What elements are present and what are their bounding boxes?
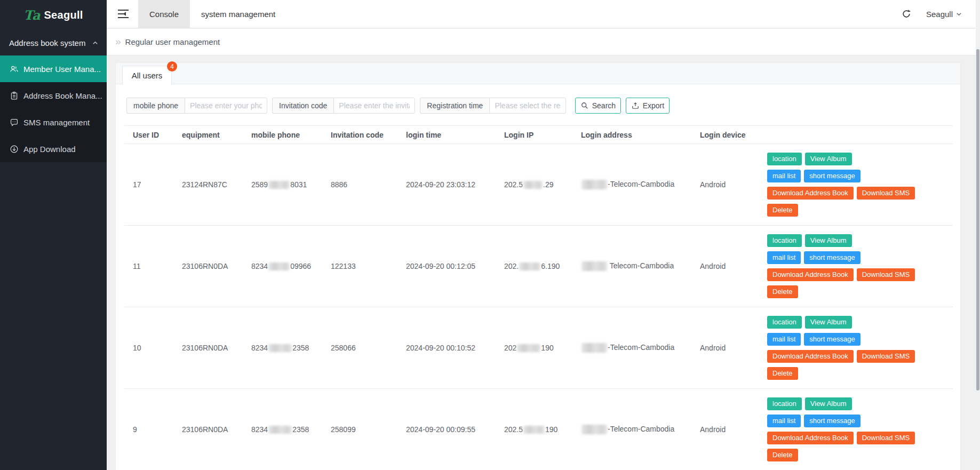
- location-button[interactable]: location: [767, 397, 802, 410]
- view-album-button[interactable]: View Album: [805, 153, 852, 165]
- tab-system-management[interactable]: system management: [190, 0, 286, 28]
- mobile-phone-cell: 823409966: [243, 226, 322, 307]
- user-menu[interactable]: Seagull: [926, 10, 962, 19]
- download-address-book-button[interactable]: Download Address Book: [767, 432, 854, 444]
- mobile-phone-filter-label: mobile phone: [126, 98, 185, 114]
- blur-redaction: [517, 344, 540, 352]
- mobile-phone-cell: 82342358: [243, 389, 322, 470]
- breadcrumb: Regular user management: [125, 37, 220, 46]
- users-panel: All users 4 mobile phone Invitation code…: [115, 62, 961, 470]
- short-message-button[interactable]: short message: [804, 170, 860, 182]
- phone-prefix: 8234: [251, 425, 268, 434]
- view-album-button[interactable]: View Album: [805, 397, 852, 410]
- chevron-up-icon: [92, 40, 98, 46]
- collapse-sidebar-icon[interactable]: [117, 9, 130, 19]
- login-address-cell: -Telecom-Cambodia: [572, 144, 691, 226]
- delete-button[interactable]: Delete: [767, 449, 798, 461]
- mail-list-button[interactable]: mail list: [767, 415, 801, 427]
- tab-console-label: Console: [149, 10, 179, 19]
- registration-time-input[interactable]: [489, 98, 566, 114]
- phone-prefix: 2589: [251, 180, 268, 189]
- login-ip-cell: 202.5190: [496, 389, 572, 470]
- location-button[interactable]: location: [767, 153, 802, 165]
- download-sms-button[interactable]: Download SMS: [857, 432, 915, 444]
- download-sms-button[interactable]: Download SMS: [857, 268, 915, 281]
- breadcrumb-bar: » Regular user management: [107, 29, 976, 55]
- sidebar-item-app-download[interactable]: App Download: [0, 136, 107, 162]
- refresh-icon[interactable]: [902, 9, 911, 19]
- download-address-book-button[interactable]: Download Address Book: [767, 268, 854, 281]
- phone-prefix: 8234: [251, 344, 268, 352]
- mobile-phone-input[interactable]: [185, 98, 267, 114]
- users-table: User ID equipment mobile phone Invitatio…: [124, 125, 953, 470]
- address-text: -Telecom-Cambodia: [608, 425, 674, 433]
- registration-time-filter-label: Registration time: [420, 98, 489, 114]
- download-address-book-button[interactable]: Download Address Book: [767, 350, 854, 363]
- mail-list-button[interactable]: mail list: [767, 170, 801, 182]
- short-message-button[interactable]: short message: [804, 251, 860, 264]
- mail-list-button[interactable]: mail list: [767, 333, 801, 346]
- tab-all-users-label: All users: [132, 71, 163, 80]
- user-row: 11 23106RN0DA 823409966 122133 2024-09-2…: [124, 226, 953, 307]
- filter-bar: mobile phone Invitation code Registratio…: [126, 98, 960, 114]
- delete-button[interactable]: Delete: [767, 285, 798, 298]
- login-device-cell: Android: [691, 307, 759, 389]
- invitation-code-input[interactable]: [333, 98, 415, 114]
- sidebar-item-label: App Download: [23, 145, 76, 154]
- download-sms-button[interactable]: Download SMS: [857, 187, 915, 200]
- export-button-label: Export: [643, 101, 664, 110]
- blur-redaction: [519, 262, 540, 270]
- user-row: 17 23124RN87C 25898031 8886 2024-09-20 2…: [124, 144, 953, 226]
- short-message-button[interactable]: short message: [804, 415, 860, 427]
- mobile-phone-filter: mobile phone: [126, 98, 267, 114]
- tab-all-users[interactable]: All users 4: [122, 66, 172, 84]
- blur-redaction: [268, 344, 292, 352]
- sidebar-item-sms-management[interactable]: SMS management: [0, 109, 107, 136]
- mail-list-button[interactable]: mail list: [767, 251, 801, 264]
- view-album-button[interactable]: View Album: [805, 316, 852, 329]
- blur-redaction: [268, 181, 290, 189]
- panel-tabstrip: All users 4: [116, 63, 960, 84]
- main-content: All users 4 mobile phone Invitation code…: [107, 55, 976, 470]
- ip-suffix: 190: [545, 425, 557, 434]
- view-album-button[interactable]: View Album: [805, 234, 852, 247]
- download-sms-button[interactable]: Download SMS: [857, 350, 915, 363]
- sidebar-group-address-book-system[interactable]: Address book system: [0, 30, 107, 55]
- sidebar-item-address-book-management[interactable]: Address Book Mana...: [0, 82, 107, 109]
- user-row: 9 23106RN0DA 82342358 258099 2024-09-20 …: [124, 389, 953, 470]
- user-count-badge: 4: [167, 61, 177, 71]
- user-name: Seagull: [926, 10, 953, 19]
- search-button[interactable]: Search: [575, 98, 621, 114]
- blur-redaction: [523, 181, 543, 189]
- sidebar-item-member-user-management[interactable]: Member User Mana...: [0, 55, 107, 82]
- search-icon: [581, 102, 588, 109]
- login-ip-cell: 202190: [496, 307, 572, 389]
- blur-redaction: [581, 180, 607, 189]
- delete-button[interactable]: Delete: [767, 204, 798, 217]
- user-id-cell: 9: [124, 389, 173, 470]
- download-address-book-button[interactable]: Download Address Book: [767, 187, 854, 200]
- equipment-cell: 23124RN87C: [173, 144, 243, 226]
- invitation-code-filter: Invitation code: [272, 98, 415, 114]
- login-ip-cell: 202.5.29: [496, 144, 572, 226]
- double-chevron-icon: »: [115, 36, 121, 47]
- col-user-id: User ID: [124, 126, 173, 144]
- col-login-device: Login device: [691, 126, 759, 144]
- tab-console[interactable]: Console: [138, 0, 190, 28]
- login-time-cell: 2024-09-20 23:03:12: [397, 144, 496, 226]
- export-button[interactable]: Export: [626, 98, 670, 114]
- col-equipment: equipment: [173, 126, 243, 144]
- comment-icon: [10, 118, 19, 127]
- users-table-wrap: User ID equipment mobile phone Invitatio…: [124, 125, 953, 470]
- location-button[interactable]: location: [767, 316, 802, 329]
- location-button[interactable]: location: [767, 234, 802, 247]
- scrollbar-thumb[interactable]: [976, 49, 979, 391]
- delete-button[interactable]: Delete: [767, 367, 798, 380]
- sidebar-item-label: Member User Mana...: [23, 65, 101, 74]
- short-message-button[interactable]: short message: [804, 333, 860, 346]
- users-icon: [10, 65, 19, 74]
- col-login-time: login time: [397, 126, 496, 144]
- phone-suffix: 8031: [290, 180, 307, 189]
- equipment-cell: 23106RN0DA: [173, 226, 243, 307]
- sidebar-submenu: Member User Mana... Address Book Mana...…: [0, 55, 107, 162]
